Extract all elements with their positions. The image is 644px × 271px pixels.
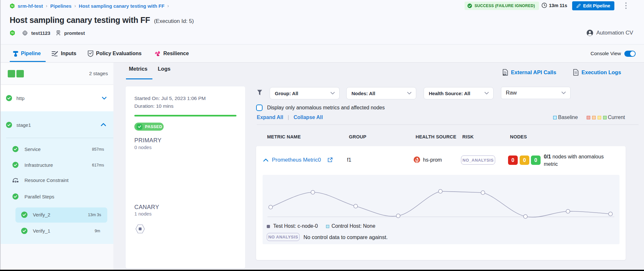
svg-text:API: API xyxy=(503,74,506,76)
